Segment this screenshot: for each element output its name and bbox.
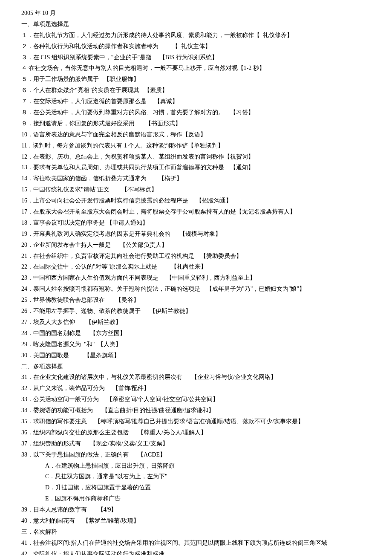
question-item: １．在礼仪礼节方面，人们经过努力所形成的待人处事的风度、素质和能力，一般被称作【…	[21, 30, 371, 41]
question-item: 26．不能用左手握手、递物、敬茶的教徒属于 【伊斯兰教徒】	[21, 306, 371, 317]
question-item: 24．泰国人姓名按照习惯都有冠称。关于冠称的提法，正确的选项是 【成年男子为"乃…	[21, 283, 371, 295]
question-item: 12．在表彰、庆功、总结会上，为祝贺和颂扬某人、某组织而发表的言词称作【祝贺词】	[21, 151, 371, 162]
question-item: 34．委婉语的功能可概括为 【直言曲折/目的性强/曲径通幽/追求谦和】	[21, 405, 371, 416]
explanation-item: 42．交际礼仪：指人们从事交际活动的行为标准和标准	[21, 549, 371, 555]
question-item: 36．组织内部纵向交往的原那么主要包括 【尊重人/关心人/理解人】	[21, 427, 371, 438]
question-item: 13．要求有关单位和人员周知、办理或共同执行某项工作而普遍德幂的文种是 【通知】	[21, 162, 371, 173]
option-item: A．在建筑物上悬挂国旗，应日出升旗，日落降旗	[21, 460, 371, 471]
section-1-title: 一、单项题选择题	[21, 19, 371, 30]
question-item: 29．喀麦隆国名源义为 "和" 【人类】	[21, 339, 371, 350]
question-item: ６．个人在群众媒介"亮相"的实质在于展现其 【素质】	[21, 85, 371, 96]
question-item: 40．意大利的国花有 【紫罗兰/雏菊/玫瑰】	[21, 515, 371, 526]
question-item: 11．谈判时，每方参加谈判的代表只有 1 个人。这种谈判称作铲【单独谈判】	[21, 140, 371, 151]
document-date: 2005 年 10 月	[21, 8, 371, 19]
question-item: 30．美国的国歌是 【星条旗颂】	[21, 350, 371, 361]
question-item: 10．语言所表达的意思与字面完全相反的幽默语言形式，称作【反语】	[21, 129, 371, 140]
option-item: D．升挂国旗，应将国旗置于显著的位置	[21, 482, 371, 493]
option-item: C．悬挂双方国旗，通常是"以右为上，左为下"	[21, 471, 371, 482]
question-item: ３．在 CIS 组织识别系统要素中，"企业的手"是指 【BIS 行为识别系统】	[21, 52, 371, 63]
question-item: 31．在企业文化建设的诸层次中，与礼仪关系最密切的层次有 【企业习俗与仪/企业文…	[21, 372, 371, 383]
option-item: E．国旗不得用作商标和广告	[21, 493, 371, 504]
question-item: 25．世界佛教徒联合会总部设在 【曼谷】	[21, 295, 371, 306]
question-item: 27．埃及人大多信仰 【伊斯兰教】	[21, 317, 371, 328]
question-item: 33．公关活动空间一般可分为 【亲密空间/个人空间/社交空间/公共空间】	[21, 394, 371, 405]
question-item: 21．在社会组织中，负责审核评定其向社会进行赞助工程的机构是 【赞助委员会】	[21, 251, 371, 262]
question-item: 23．中国和西方国家在人生价值观方面的不同表现是 【中国重义轻利，西方利益至上】	[21, 272, 371, 283]
section-3-title: 三．名次解释	[21, 526, 371, 538]
question-item: 14．寄往欧美国家的信函，信纸折叠方式通常为 【横折】	[21, 173, 371, 184]
question-item: ２．各种礼仪行为和礼仪活动的操作者和实施者称为 【 礼仪主体】	[21, 41, 371, 52]
question-item: 16．上市公司向社会公开发行股票时实行信息披露的必经程序是 【招股沟通】	[21, 195, 371, 206]
question-item: 20．企业新闻发布会主持人一般是 【公关部负责人】	[21, 240, 371, 251]
question-item: 38．以下关于悬挂国旗的做法，正确的有 【ACDE】	[21, 449, 371, 460]
question-item: ８．在公关活动中，人们要做到尊重对方的风俗、习惯，首先要了解对方的。 【习俗】	[21, 107, 371, 118]
question-item: 18．董事会议可以决定的事务是 【申请人通知】	[21, 217, 371, 228]
question-item: 32．从广义来说，装饰品可分为 【首饰/配件】	[21, 383, 371, 394]
question-item: ５．用于工作场景的服饰属于 【职业服饰】	[21, 74, 371, 85]
question-item: 28．中国的国名别称是 【东方丝国】	[21, 328, 371, 339]
question-item: 15．中国传统礼仪要求"请帖"正文 【不写标点】	[21, 184, 371, 195]
question-item: 35．求职信的写作要注意 【称呼顶格写/推荐自己并提出要求/语言准确通顺/结语、…	[21, 416, 371, 427]
question-item: ４·在社交场合，当你无意中与别人的目光相遇时，一般不要马上移开，应自然对视【1-…	[21, 63, 371, 74]
question-item: 17．在股东大会召开前至股东大会闭会时止，需将股票交存于公司股票持有人的是【无记…	[21, 206, 371, 217]
question-item: 39．日本人忌讳的数字有 【4/9】	[21, 504, 371, 515]
question-item: ７．在交际活动中，人们应遵循的首要原那么是 【真诚】	[21, 96, 371, 107]
section-2-title: 二、多项选择题	[21, 361, 371, 372]
question-item: 19．开幕典礼致词人确实定须考虑的因素是开幕典礼会的 【规模与对象】	[21, 228, 371, 240]
question-item: 22．在国际交往中，公认的"对等"原那么实际上就是 【礼尚往来】	[21, 261, 371, 272]
explanation-item: 41．社会注视区间:指人们在普通的社交场合采用的注视区间。其范围是以两眼上线和下…	[21, 538, 371, 549]
question-item: ９．接到邀请后，你回复的形式最好应采用 【书面形式】	[21, 118, 371, 129]
question-item: 37．组织赞助的形式有 【现金/实物/义卖/义工/支票】	[21, 438, 371, 449]
